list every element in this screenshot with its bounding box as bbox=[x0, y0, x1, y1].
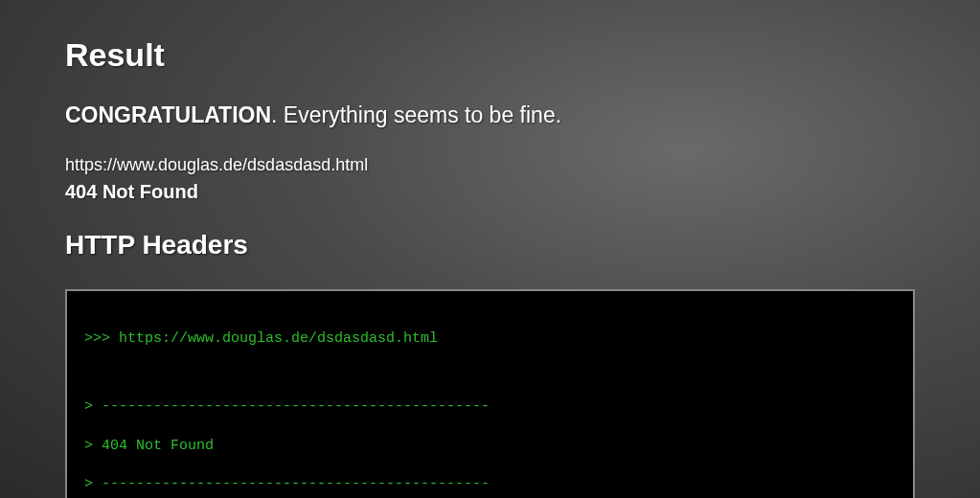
result-heading: Result bbox=[65, 36, 915, 74]
terminal-output: >>> https://www.douglas.de/dsdasdasd.htm… bbox=[65, 289, 915, 498]
terminal-divider-prefix: > bbox=[84, 398, 102, 415]
terminal-url: https://www.douglas.de/dsdasdasd.html bbox=[119, 330, 438, 347]
congratulation-strong: CONGRATULATION bbox=[65, 102, 271, 127]
http-headers-heading: HTTP Headers bbox=[65, 230, 915, 260]
terminal-status-prefix: > bbox=[84, 438, 102, 454]
congratulation-text: . Everything seems to be fine. bbox=[271, 102, 561, 127]
checked-url: https://www.douglas.de/dsdasdasd.html bbox=[65, 155, 915, 175]
terminal-divider2: ----------------------------------------… bbox=[102, 476, 490, 492]
terminal-status: 404 Not Found bbox=[102, 438, 214, 454]
terminal-prompt: >>> bbox=[84, 330, 119, 347]
terminal-divider2-prefix: > bbox=[84, 476, 102, 492]
http-status: 404 Not Found bbox=[65, 181, 915, 203]
terminal-divider: ----------------------------------------… bbox=[102, 398, 490, 415]
congratulation-line: CONGRATULATION. Everything seems to be f… bbox=[65, 102, 915, 128]
